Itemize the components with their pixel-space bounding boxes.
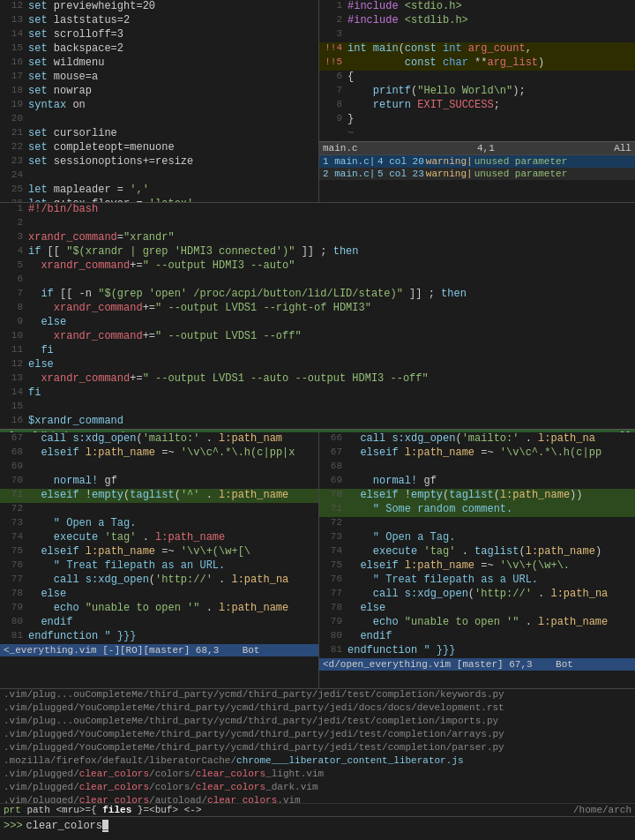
line: 66 call s:xdg_open('mailto:' . l:path_na [319,432,635,446]
line-tilde: ~ [319,127,635,141]
line: 73 " Open a Tag. [0,517,318,531]
warn-table: 1 main.c| 4 col 20 warning| unused param… [319,154,635,180]
line: 78 else [0,588,318,602]
line: 11 fi [0,344,635,358]
file-list-item: .mozilla/firefox/default/liberatorCache/… [0,755,635,769]
line: 74 execute 'tag' . l:path_name [0,531,318,545]
line: 21set cursorline [0,127,318,141]
line-highlight: 71 elseif !empty(taglist('^' . l:path_na… [0,489,318,503]
line: 1#!/bin/bash [0,203,635,217]
line: 24 [0,169,318,184]
file-list-item: .vim/plugged/clear_colors/colors/clear_c… [0,769,635,782]
line: 14fi [0,386,635,401]
line: 7 if [[ -n "$(grep 'open' /proc/acpi/but… [0,288,635,302]
line: 76 " Treat filepath as a URL. [319,574,635,588]
line: 2#include <stdlib.h> [319,14,635,28]
line: 16set wildmenu [0,56,318,71]
line: 80 endif [319,630,635,644]
line: 8 return EXIT_SUCCESS; [319,99,635,113]
line: 3xrandr_command="xrandr" [0,231,635,245]
line: 16$xrandr_command [0,415,635,429]
everything-right-filename: <d/open_everything.vim [master] 67,3 Bot [323,659,573,670]
line: 26let g:tex_flavor = 'latex' [0,198,318,202]
cmdline-text: clear_colors [26,820,102,832]
line: 18set nowrap [0,85,318,99]
warn-row-2: 2 main.c| 5 col 23 warning| unused param… [319,168,635,180]
warn-row-1: 1 main.c| 4 col 20 warning| unused param… [319,155,635,168]
mainc-filename: main.c [323,143,358,154]
line: 68 elseif l:path_name =~ '\v\c^.*\.h(c|p… [0,446,318,461]
line: 12else [0,358,635,372]
line: 8 xrandr_command+=" --output LVDS1 --rig… [0,302,635,316]
line: 81endfunction " }}} [319,644,635,658]
line-highlight-green: 70 elseif !empty(taglist(l:path_name)) [319,489,635,503]
home-path: /home/arch [573,805,631,815]
line: 72 [319,517,635,531]
file-list-item: .vim/plug...ouCompleteMe/third_party/ycm… [0,716,635,729]
line: 77 call s:xdg_open('http://' . l:path_na [0,574,318,588]
line: 25let mapleader = ',' [0,184,318,198]
line: 23set sessionoptions+=resize [0,155,318,169]
everything-left-filename: <_everything.vim [-][RO][master] 68,3 Bo… [4,645,259,656]
line: 13set laststatus=2 [0,14,318,28]
line: 79 echo "unable to open '" . l:path_name [319,616,635,630]
line: 4if [[ "$(xrandr | grep 'HDMI3 connected… [0,245,635,259]
line: 69 [0,461,318,475]
bottom-split: 67 call s:xdg_open('mailto:' . l:path_na… [0,432,635,688]
line: 78 else [319,602,635,616]
line: 67 call s:xdg_open('mailto:' . l:path_na… [0,432,318,446]
mainc-code: 1#include <stdio.h> 2#include <stdlib.h>… [319,0,635,141]
line: 80 endif [0,616,318,630]
line: 17set mouse=a [0,71,318,85]
line: 15set backspace=2 [0,42,318,56]
everything-code-left: 67 call s:xdg_open('mailto:' . l:path_na… [0,432,318,644]
everything-vim-right: 66 call s:xdg_open('mailto:' . l:path_na… [319,432,635,688]
prt-bar: prt path <mru>={ files }=<buf> <-> /home… [0,803,635,816]
file-list-section: .vim/plug...ouCompleteMe/third_party/ycm… [0,688,635,803]
line-warn-4: !!4int main(const int arg_count, [319,42,635,56]
cmdline-prompt: >>> [4,820,23,832]
line: 68 [319,461,635,475]
line: 19syntax on [0,99,318,113]
everything-vim-left: 67 call s:xdg_open('mailto:' . l:path_na… [0,432,319,688]
line: 73 " Open a Tag. [319,531,635,545]
file-list-item: .vim/plugged/YouCompleteMe/third_party/y… [0,729,635,742]
line: 10 xrandr_command+=" --output LVDS1 --of… [0,330,635,344]
mainc-align: All [614,143,631,154]
line: 81endfunction " }}} [0,630,318,644]
line: 7 printf("Hello World\n"); [319,85,635,99]
line: 3 [319,28,635,42]
line: 77 call s:xdg_open('http://' . l:path_na [319,588,635,602]
line: 22set completeopt=menuone [0,141,318,155]
line: 1#include <stdio.h> [319,0,635,14]
line: 6 [0,274,635,288]
cmdline-cursor: _ [102,820,108,832]
prt-command: prt path <mru>={ files }=<buf> <-> [4,805,201,815]
line: 70 normal! gf [0,475,318,489]
cmdline[interactable]: >>> clear_colors_ [0,816,635,834]
line: 76 " Treat filepath as an URL. [0,559,318,574]
everything-right-status: <d/open_everything.vim [master] 67,3 Bot [319,658,635,671]
line: 14set scrolloff=3 [0,28,318,42]
everything-code-right: 66 call s:xdg_open('mailto:' . l:path_na… [319,432,635,658]
line: 9 else [0,316,635,330]
line: 67 elseif l:path_name =~ '\v\c^.*\.h(c|p… [319,446,635,461]
vimrc-pane: 12set previewheight=20 13set laststatus=… [0,0,319,202]
line: 2 [0,217,635,231]
line: 6{ [319,71,635,85]
bash-section: 1#!/bin/bash 2 3xrandr_command="xrandr" … [0,203,635,432]
line: 5 xrandr_command+=" --output HDMI3 --aut… [0,259,635,274]
top-section: 12set previewheight=20 13set laststatus=… [0,0,635,203]
line: 75 elseif l:path_name =~ '\v\+(\w+[\ [0,545,318,559]
line-highlight-green2: 71 " Some random comment. [319,503,635,517]
file-list-item: .vim/plugged/clear_colors/colors/clear_c… [0,782,635,795]
line: 79 echo "unable to open '" . l:path_name [0,602,318,616]
mainc-pane: 1#include <stdio.h> 2#include <stdlib.h>… [319,0,635,202]
file-list-item: .vim/plugged/YouCompleteMe/third_party/y… [0,742,635,755]
editor-container: 12set previewheight=20 13set laststatus=… [0,0,635,840]
bash-code: 1#!/bin/bash 2 3xrandr_command="xrandr" … [0,203,635,429]
line: 75 elseif l:path_name =~ '\v\+(\w+\. [319,559,635,574]
line: 69 normal! gf [319,475,635,489]
mainc-pos: 4,1 [477,143,495,154]
line: 12set previewheight=20 [0,0,318,14]
